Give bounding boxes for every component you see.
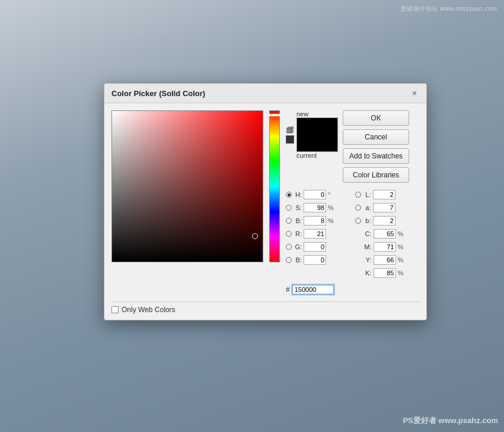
radio-b-rgb[interactable]: [286, 257, 292, 263]
radio-h[interactable]: [286, 192, 292, 198]
label-b: B:: [294, 217, 302, 224]
hex-row: #: [286, 285, 418, 294]
unit-y: %: [398, 256, 405, 263]
field-row-b: B: %: [286, 215, 349, 227]
watermark-top: 思锐设计论坛 www.missyuan.com: [401, 5, 497, 13]
dialog-title: Color Picker (Solid Color): [111, 89, 205, 98]
radio-b-lab[interactable]: [355, 218, 361, 224]
input-m[interactable]: [374, 242, 396, 252]
color-field-wrap[interactable]: [111, 110, 263, 262]
input-g[interactable]: [304, 242, 326, 252]
label-s: S:: [294, 204, 302, 211]
label-m: M:: [363, 243, 372, 250]
only-web-colors-wrap[interactable]: Only Web Colors: [111, 306, 175, 314]
right-panel: new: [286, 110, 418, 294]
color-box-new: [297, 118, 337, 135]
close-button[interactable]: ×: [410, 88, 419, 98]
label-r: R:: [294, 230, 302, 237]
color-field-dark: [112, 111, 263, 262]
hue-slider[interactable]: [270, 111, 279, 262]
color-saturation-brightness-field[interactable]: [111, 110, 263, 262]
only-web-colors-label: Only Web Colors: [122, 306, 175, 314]
field-row-a: a:: [355, 202, 419, 214]
label-k: K:: [363, 269, 372, 277]
unit-k: %: [398, 269, 405, 277]
color-cube-icon[interactable]: [286, 126, 294, 134]
field-row-c: C: %: [355, 228, 419, 240]
radio-l[interactable]: [355, 192, 361, 198]
color-picker-dialog: Color Picker (Solid Color) ×: [104, 83, 427, 320]
label-b-rgb: B:: [294, 256, 302, 263]
label-b-lab: b:: [363, 217, 371, 224]
field-row-b-lab: b:: [355, 215, 419, 227]
field-row-k: K: %: [355, 267, 419, 279]
hsb-rgb-column: H: ° S: % B:: [286, 189, 349, 279]
color-preview-boxes[interactable]: [296, 117, 338, 152]
input-a[interactable]: [373, 203, 395, 212]
dialog-body: new: [104, 103, 426, 301]
color-libraries-button[interactable]: Color Libraries: [343, 167, 409, 183]
input-s[interactable]: [304, 203, 326, 212]
radio-s[interactable]: [286, 205, 292, 211]
radio-b[interactable]: [286, 218, 292, 224]
label-g: G:: [294, 243, 302, 250]
color-small-box: [286, 135, 294, 144]
input-b[interactable]: [304, 216, 326, 225]
values-panel: H: ° S: % B:: [286, 189, 418, 279]
unit-h: °: [328, 191, 335, 198]
only-web-colors-checkbox[interactable]: [111, 306, 119, 313]
label-l: L:: [363, 191, 371, 198]
ok-button[interactable]: OK: [343, 110, 409, 126]
field-row-m: M: %: [355, 241, 419, 253]
svg-rect-0: [287, 128, 292, 133]
lab-cmyk-column: L: a: b:: [355, 189, 419, 279]
label-c: C:: [363, 230, 372, 237]
input-b-rgb[interactable]: [304, 255, 326, 265]
radio-r[interactable]: [286, 231, 292, 237]
field-row-g: G:: [286, 241, 349, 253]
input-y[interactable]: [374, 255, 396, 265]
unit-m: %: [398, 243, 405, 250]
unit-s: %: [328, 204, 335, 211]
color-icons-col: [286, 126, 294, 144]
color-preview-section: new: [286, 110, 338, 183]
cancel-button[interactable]: Cancel: [343, 129, 409, 145]
radio-a[interactable]: [355, 205, 361, 211]
watermark-bottom: PS爱好者 www.psahz.com: [403, 415, 498, 426]
right-top: new: [286, 110, 418, 183]
hue-slider-wrap[interactable]: [269, 110, 280, 262]
input-k[interactable]: [374, 268, 396, 278]
hex-input[interactable]: [292, 285, 334, 294]
input-l[interactable]: [373, 190, 395, 199]
color-box-current: [297, 135, 337, 151]
label-y: Y:: [363, 256, 372, 263]
radio-g[interactable]: [286, 244, 292, 250]
input-h[interactable]: [304, 190, 326, 199]
input-c[interactable]: [374, 229, 396, 239]
label-current: current: [296, 152, 317, 159]
label-h: H:: [294, 191, 302, 198]
field-row-s: S: %: [286, 202, 349, 214]
unit-c: %: [398, 230, 405, 237]
unit-b: %: [328, 217, 335, 224]
field-row-b-rgb: B:: [286, 254, 349, 266]
field-row-r: R:: [286, 228, 349, 240]
add-to-swatches-button[interactable]: Add to Swatches: [343, 148, 409, 164]
field-row-h: H: °: [286, 189, 349, 201]
label-new: new: [296, 110, 308, 117]
hex-hash: #: [286, 285, 290, 294]
field-row-l: L:: [355, 189, 419, 201]
button-group: OK Cancel Add to Swatches Color Librarie…: [343, 110, 409, 183]
dialog-footer: Only Web Colors: [104, 302, 426, 320]
input-b-lab[interactable]: [373, 216, 395, 225]
label-a: a:: [363, 204, 371, 211]
svg-marker-2: [292, 127, 294, 133]
input-r[interactable]: [304, 229, 326, 239]
dialog-titlebar: Color Picker (Solid Color) ×: [104, 84, 426, 103]
field-row-y: Y: %: [355, 254, 419, 266]
